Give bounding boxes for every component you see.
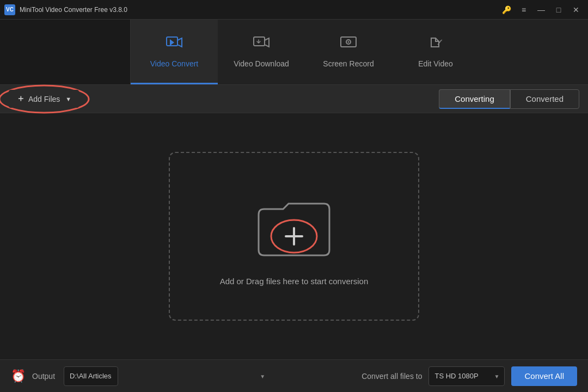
nav-tabs: Video Convert Video Download Screen (0, 20, 588, 85)
app-logo: VC (4, 4, 15, 15)
title-bar: VC MiniTool Video Converter Free v3.8.0 … (0, 0, 588, 20)
bottom-bar: ⏰ Output D:\All Articles Convert all fil… (0, 359, 588, 392)
settings-button[interactable]: 🔑 (499, 4, 514, 15)
edit-video-icon (427, 35, 444, 54)
video-convert-icon (166, 35, 183, 54)
main-content: Add or Drag files here to start conversi… (0, 113, 588, 359)
title-bar-controls: 🔑 ≡ — □ ✕ (499, 4, 584, 15)
svg-rect-1 (254, 37, 265, 46)
tab-converted[interactable]: Converted (510, 89, 579, 109)
tab-group: Converting Converted (439, 89, 579, 109)
format-select-wrapper: TS HD 1080P MP4 HD 1080P AVI HD 1080P MK… (428, 366, 505, 386)
title-bar-left: VC MiniTool Video Converter Free v3.8.0 (4, 4, 127, 15)
convert-all-button[interactable]: Convert All (511, 366, 577, 386)
add-files-button[interactable]: ＋ Add Files ▼ (9, 90, 79, 108)
plus-icon: ＋ (16, 93, 25, 105)
add-files-label: Add Files (28, 95, 60, 103)
format-select[interactable]: TS HD 1080P MP4 HD 1080P AVI HD 1080P MK… (428, 366, 505, 386)
output-path-select[interactable]: D:\All Articles (64, 366, 118, 386)
nav-sidebar (0, 20, 131, 84)
folder-icon (248, 187, 340, 264)
app-title: MiniTool Video Converter Free v3.8.0 (20, 6, 127, 14)
maximize-button[interactable]: □ (551, 4, 566, 15)
nav-item-screen-record[interactable]: Screen Record (305, 20, 392, 84)
output-label: Output (32, 372, 55, 381)
convert-all-files-to-label: Convert all files to (362, 372, 422, 381)
screen-record-icon (340, 35, 357, 54)
screen-record-label: Screen Record (323, 59, 373, 68)
video-download-icon (253, 35, 270, 54)
close-button[interactable]: ✕ (568, 4, 584, 15)
minimize-button[interactable]: — (534, 4, 549, 15)
dropdown-arrow-icon: ▼ (65, 96, 71, 102)
nav-items: Video Convert Video Download Screen (131, 20, 588, 84)
edit-video-label: Edit Video (418, 59, 453, 68)
video-convert-label: Video Convert (150, 59, 198, 68)
drop-zone-text: Add or Drag files here to start conversi… (220, 277, 369, 286)
tab-converting[interactable]: Converting (439, 89, 510, 109)
video-download-label: Video Download (234, 59, 289, 68)
nav-item-video-download[interactable]: Video Download (218, 20, 305, 84)
drop-zone[interactable]: Add or Drag files here to start conversi… (169, 152, 419, 321)
nav-item-video-convert[interactable]: Video Convert (131, 20, 218, 84)
output-path-wrapper: D:\All Articles (64, 366, 271, 386)
toolbar: ＋ Add Files ▼ Converting Converted (0, 85, 588, 113)
svg-point-4 (348, 41, 350, 42)
clock-icon: ⏰ (11, 369, 26, 383)
hamburger-button[interactable]: ≡ (516, 4, 531, 15)
nav-item-edit-video[interactable]: Edit Video (392, 20, 479, 84)
